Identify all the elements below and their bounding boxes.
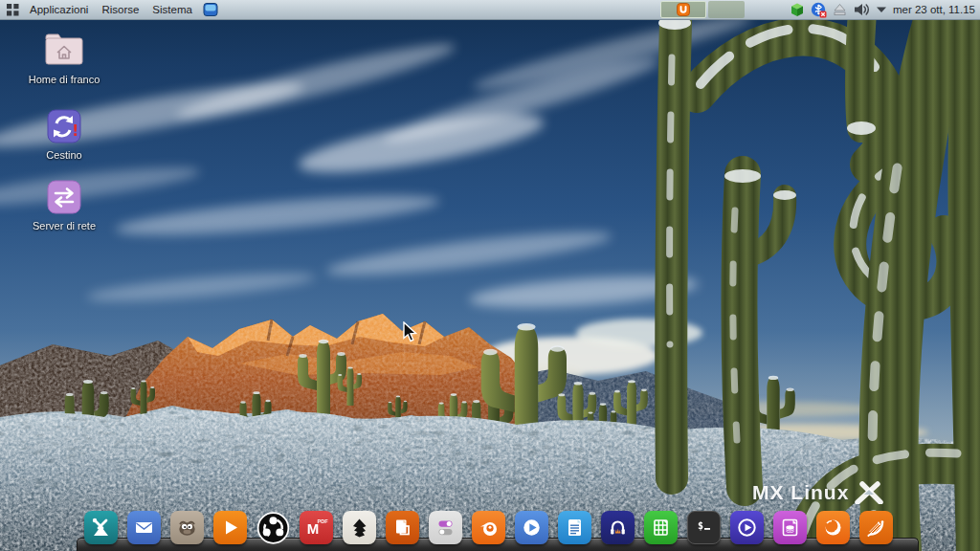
taskbar-window-button[interactable] — [660, 1, 706, 18]
desktop-icon-label: Home di franco — [18, 74, 110, 85]
dock-item-text-document-icon[interactable] — [558, 511, 591, 544]
taskbar-empty-slot[interactable] — [708, 1, 745, 18]
trash-full-icon: ! — [47, 109, 81, 143]
dock: M PDF — [84, 511, 893, 544]
dock-item-documents-icon[interactable] — [386, 511, 419, 544]
dock-item-mail-icon[interactable] — [127, 511, 161, 544]
volume-icon[interactable] — [853, 2, 870, 17]
dock-item-gimp-icon[interactable] — [170, 511, 204, 544]
chevron-down-icon[interactable] — [876, 6, 887, 13]
svg-text:!: ! — [72, 121, 78, 140]
dock-item-mpv-player-icon[interactable] — [730, 511, 764, 544]
menu-risorse[interactable]: Risorse — [95, 0, 145, 19]
window-list — [660, 1, 745, 18]
desktop-wallpaper — [0, 0, 980, 551]
app-grid-icon[interactable] — [7, 4, 19, 16]
blue-app-launcher-icon[interactable] — [203, 2, 218, 17]
menu-sistema[interactable]: Sistema — [145, 0, 199, 19]
desktop-icon-trash[interactable]: ! Cestino — [18, 109, 110, 161]
mx-linux-logo-text: MX Linux — [752, 481, 849, 504]
home-folder-icon — [43, 32, 85, 68]
dock-item-master-pdf-icon[interactable]: M PDF — [300, 511, 333, 544]
dock-item-inkscape-icon[interactable] — [343, 511, 376, 544]
mouse-cursor — [403, 321, 419, 344]
top-panel: Applicazioni Risorse Sistema — [0, 0, 980, 20]
dock-item-satellite-dish-icon[interactable] — [859, 511, 893, 544]
dock-item-audacity-icon[interactable] — [601, 511, 635, 544]
desktop-icon-label: Cestino — [18, 149, 110, 161]
panel-clock[interactable]: mer 23 ott, 11.15 — [893, 4, 975, 15]
dock-item-terminal-icon[interactable]: $ — [687, 511, 721, 544]
package-updates-icon[interactable] — [790, 3, 805, 17]
dock-item-spreadsheet-icon[interactable] — [644, 511, 678, 544]
dock-item-blue-player-icon[interactable] — [515, 511, 548, 544]
dock-item-media-play-icon[interactable] — [213, 511, 247, 544]
dock-item-libreoffice-base-icon[interactable] — [773, 511, 807, 544]
menu-applicazioni[interactable]: Applicazioni — [23, 0, 95, 19]
svg-text:$: $ — [698, 520, 703, 531]
desktop-icon-home[interactable]: Home di franco — [18, 32, 110, 85]
eject-icon[interactable] — [833, 3, 847, 16]
mx-x-glyph-icon — [855, 481, 883, 504]
dock-item-blender-icon[interactable] — [472, 511, 505, 544]
desktop-icon-label: Server di rete — [18, 220, 110, 231]
svg-text:PDF: PDF — [318, 518, 329, 524]
dock-item-obs-studio-icon[interactable] — [256, 511, 290, 544]
dock-item-mx-tools-icon[interactable] — [84, 511, 118, 544]
dock-item-tweaks-toggles-icon[interactable] — [429, 511, 462, 544]
orange-app-window-icon — [677, 3, 690, 16]
dock-item-firefox-icon[interactable] — [816, 511, 850, 544]
mx-linux-logo: MX Linux — [752, 481, 883, 504]
network-server-icon — [47, 180, 81, 214]
bluetooth-disabled-icon[interactable] — [811, 2, 827, 18]
desktop-icon-network-server[interactable]: Server di rete — [18, 180, 110, 231]
